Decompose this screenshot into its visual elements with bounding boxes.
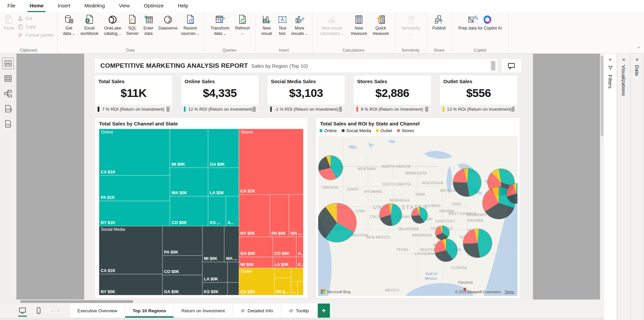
tab-return-on-investment[interactable]: Return on Investment — [174, 304, 232, 318]
treemap-cell-social[interactable]: LA $0K — [202, 262, 228, 282]
treemap-cell-online[interactable]: KS ... — [208, 196, 226, 226]
treemap-cell-outlet[interactable] — [275, 268, 291, 278]
kpi-card-online-sales[interactable]: Online Sales$4,33512 % ROI (Return on In… — [181, 75, 258, 114]
format-painter-button[interactable]: Format painter — [18, 31, 54, 39]
treemap-cell-online[interactable]: MI $0K — [170, 129, 208, 168]
next-page-arrow[interactable]: › — [55, 308, 61, 314]
map-canvas[interactable]: Microsoft Bing © 2026 Microsoft Corporat… — [318, 136, 517, 296]
titlebar-scrollbar[interactable] — [491, 61, 495, 70]
sensitivity-button[interactable]: Sensitivity⌄ — [398, 13, 424, 36]
map-pie[interactable] — [463, 229, 492, 258]
onelake-catalog-button[interactable]: OneLake catalog⌄ — [101, 13, 124, 37]
quick-measure-button[interactable]: Quick measure — [370, 13, 392, 37]
sql-server-button[interactable]: SQL Server — [124, 13, 141, 37]
sidebar-tmdl-view[interactable]: TMDL — [3, 119, 13, 129]
cut-button[interactable]: Cut — [18, 14, 54, 22]
treemap-visual[interactable]: Total Sales by Channel and State CA $1KP… — [95, 118, 307, 298]
horizontal-scrollbar-thumb[interactable] — [20, 300, 133, 303]
kpi-scroll-stub[interactable] — [253, 107, 256, 112]
copy-button[interactable]: Copy — [18, 22, 54, 31]
enter-data-button[interactable]: Enter data — [141, 13, 156, 37]
vertical-scrollbar-thumb[interactable] — [601, 56, 603, 136]
excel-workbook-button[interactable]: Excel workbook — [78, 13, 101, 37]
comment-visual[interactable] — [501, 59, 521, 72]
treemap-cell-stores[interactable]: CO $0K — [273, 237, 296, 257]
expand-panel-icon[interactable]: « — [636, 57, 639, 62]
treemap-cell-social[interactable] — [228, 282, 239, 295]
new-measure-button[interactable]: New measure — [348, 13, 370, 37]
kpi-card-total-sales[interactable]: Total Sales$11K7 % ROI (Return on Invest… — [95, 75, 172, 114]
kpi-scroll-stub[interactable] — [512, 107, 514, 112]
treemap-cell-social[interactable]: KS $0K — [202, 282, 228, 295]
sidebar-table-view[interactable] — [3, 73, 13, 84]
desktop-layout-button[interactable] — [17, 305, 28, 316]
menu-file[interactable]: File — [5, 0, 17, 12]
sidebar-model-view[interactable] — [3, 89, 13, 99]
expand-panel-icon[interactable]: « — [622, 57, 625, 62]
map-pie[interactable] — [453, 168, 481, 197]
kpi-card-social-media-sales[interactable]: Social Media Sales$3,103-1 % ROI (Return… — [267, 75, 345, 114]
prep-data-for-copilot-ai-button[interactable]: Prep data for Copilot AI — [455, 13, 505, 32]
kpi-scroll-stub[interactable] — [339, 107, 342, 112]
treemap-cell-stores[interactable]: NY $0K — [239, 195, 270, 237]
treemap-cell-social[interactable] — [228, 262, 239, 282]
sidebar-report-view[interactable] — [3, 58, 13, 68]
transform-data-button[interactable]: Transform data⌄ — [207, 13, 233, 37]
new-visual-button[interactable]: New visual — [258, 13, 275, 37]
treemap-cell-outlet[interactable] — [291, 268, 303, 281]
treemap-cell-stores[interactable]: PA $0K — [270, 195, 289, 237]
map-pie[interactable] — [435, 226, 449, 240]
treemap-cell-online[interactable]: PA $1K — [99, 175, 170, 201]
kpi-scroll-stub[interactable] — [425, 107, 428, 112]
treemap-cell-online[interactable]: WA $0K — [170, 168, 208, 196]
prev-page-arrow[interactable]: ‹ — [50, 308, 55, 314]
paste-button[interactable]: Paste — [3, 13, 15, 32]
collapse-ribbon-icon[interactable]: ⌃ — [637, 46, 641, 51]
new-page-button[interactable]: + — [318, 304, 330, 318]
kpi-card-stores-sales[interactable]: Stores Sales$2,8869 % ROI (Return on Inv… — [354, 75, 431, 114]
tab-executive-overview[interactable]: Executive Overview — [70, 304, 125, 318]
treemap-cell-social[interactable]: CO $0K — [162, 256, 202, 275]
treemap-cell-online[interactable]: A... — [226, 196, 239, 226]
get-data-button[interactable]: Get data⌄ — [60, 13, 78, 37]
treemap-cell-stores[interactable]: A... — [296, 237, 303, 257]
map-pie[interactable] — [435, 239, 457, 262]
dataverse-button[interactable]: Dataverse — [156, 13, 180, 32]
treemap-cell-social[interactable]: CA $1K — [99, 226, 162, 274]
visualizations-panel[interactable]: « Visualizations — [617, 54, 630, 320]
menu-insert[interactable]: Insert — [56, 0, 72, 12]
treemap-cell-social[interactable]: MI $0K — [202, 226, 225, 262]
publish-button[interactable]: Publish — [430, 13, 449, 32]
tab-tooltip[interactable]: Tooltip — [281, 304, 316, 318]
map-pie[interactable] — [411, 207, 428, 223]
treemap-cell-online[interactable]: CO $0K — [170, 196, 208, 226]
map-pie[interactable] — [318, 203, 356, 242]
treemap-cell-outlet[interactable]: ... — [291, 281, 297, 295]
treemap-cell-social[interactable]: PA $0K — [162, 226, 202, 256]
new-visual-calculation-button[interactable]: fxNew visual calculation⌄ — [316, 13, 348, 37]
treemap-cell-online[interactable]: NY $1K — [99, 201, 170, 226]
treemap-cell-stores[interactable]: CA $1K — [239, 129, 303, 195]
tab-detailed-info[interactable]: Detailed Info — [233, 304, 281, 318]
treemap-cell-stores[interactable]: MI $0K — [239, 257, 273, 268]
treemap-cell-social[interactable]: NY $0K — [99, 274, 162, 295]
kpi-card-outlet-sales[interactable]: Outlet Sales$55613 % ROI (Return on Inve… — [440, 75, 517, 114]
menu-help[interactable]: Help — [176, 0, 190, 12]
filters-panel[interactable]: « Filters — [604, 54, 616, 320]
expand-panel-icon[interactable]: « — [609, 57, 612, 62]
treemap-cell-online[interactable]: CA $1K — [99, 129, 170, 175]
treemap-cell-outlet[interactable] — [298, 281, 303, 295]
text-box-button[interactable]: Text box — [275, 13, 290, 37]
data-panel[interactable]: « Data — [631, 54, 643, 320]
treemap-cell-social[interactable]: WA ... — [224, 226, 239, 262]
treemap-cell-stores[interactable]: K... — [296, 257, 303, 268]
treemap-cell-social[interactable]: GA $0K — [162, 275, 202, 295]
treemap-cell-online[interactable]: GA $0K — [208, 129, 239, 168]
menu-view[interactable]: View — [117, 0, 132, 12]
mobile-layout-button[interactable] — [33, 305, 44, 316]
map-pie[interactable] — [318, 156, 343, 180]
map-visual[interactable]: Total Sales and ROI by State and Channel… — [316, 118, 519, 298]
refresh-button[interactable]: Refresh⌄ — [233, 13, 252, 36]
menu-optimize[interactable]: Optimize — [142, 0, 166, 12]
tab-top-10-regions[interactable]: Top 10 Regions — [125, 304, 174, 318]
